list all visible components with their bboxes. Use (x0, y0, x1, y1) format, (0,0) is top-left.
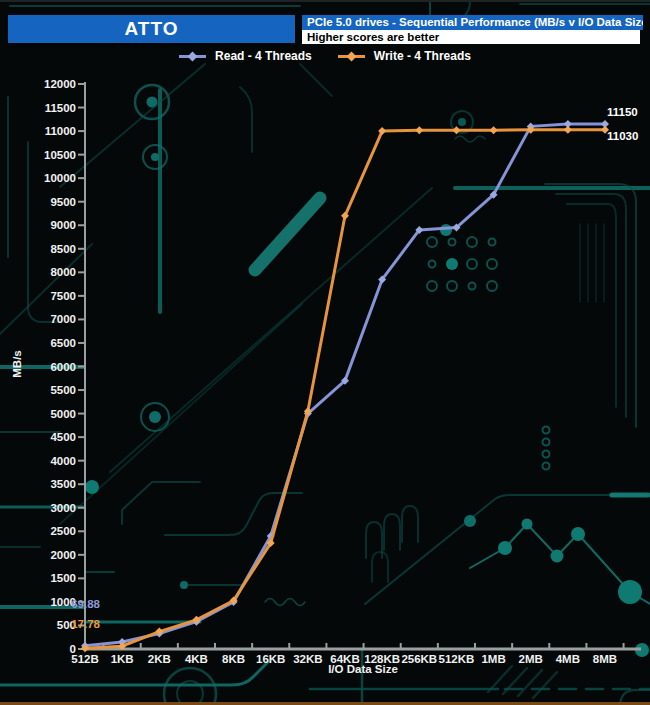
y-axis-tick-label: 1500 (50, 572, 76, 584)
y-axis-tick-label: 8500 (50, 243, 76, 255)
y-axis-tick-label: 5500 (50, 384, 76, 396)
annotation-write-8mb: 11030 (607, 130, 638, 142)
write-data-point-marker (452, 126, 460, 134)
write-data-point-marker (564, 126, 572, 134)
y-axis-title: MB/s (11, 350, 23, 377)
y-axis-tick-label: 4500 (50, 431, 76, 443)
y-axis-tick-label: 11000 (45, 125, 76, 137)
y-axis-tick-label: 9000 (50, 219, 76, 231)
y-axis-tick-label: 2000 (50, 549, 76, 561)
annotation-read-512b: 69.88 (60, 598, 100, 610)
x-axis-title: I/O Data Size (85, 663, 641, 675)
y-axis-tick-label: 6500 (50, 337, 76, 349)
y-axis-tick-label: 7500 (50, 290, 76, 302)
y-axis-tick-label: 7000 (50, 313, 76, 325)
write-data-point-marker (490, 126, 498, 134)
y-axis-tick-label: 12000 (44, 78, 76, 90)
y-axis-tick-label: 6000 (50, 361, 76, 373)
y-axis-tick-label: 8000 (50, 266, 76, 278)
write-series-line (85, 130, 605, 648)
y-axis-tick-label: 3500 (50, 478, 76, 490)
y-axis-tick-label: 11500 (45, 102, 76, 114)
y-axis-tick-label: 3000 (50, 502, 76, 514)
y-axis-tick-label: 2500 (50, 525, 76, 537)
write-data-point-marker (415, 126, 423, 134)
annotation-write-512b: 17.78 (60, 618, 100, 630)
y-axis-tick-label: 9500 (50, 196, 76, 208)
y-axis-tick-label: 5000 (50, 408, 76, 420)
y-axis-tick-label: 10000 (44, 172, 76, 184)
y-axis-tick-label: 10500 (44, 149, 76, 161)
read-series-line (85, 124, 605, 646)
annotation-read-8mb: 11150 (607, 106, 638, 118)
y-axis-tick-label: 4000 (50, 455, 76, 467)
benchmark-chart-frame: ATTO PCIe 5.0 drives - Sequential Perfor… (0, 0, 650, 705)
